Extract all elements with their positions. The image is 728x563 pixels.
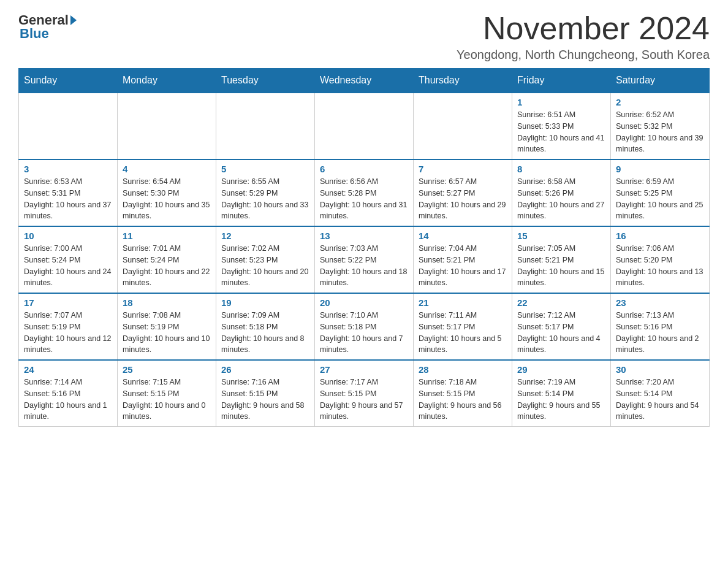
day-number: 27 [320, 364, 408, 375]
day-number: 24 [24, 364, 112, 375]
calendar-cell: 26Sunrise: 7:16 AMSunset: 5:15 PMDayligh… [216, 360, 315, 427]
day-info: Sunrise: 7:14 AMSunset: 5:16 PMDaylight:… [24, 377, 112, 423]
day-of-week-header: Sunday [19, 69, 118, 93]
day-info: Sunrise: 7:06 AMSunset: 5:20 PMDaylight:… [616, 243, 704, 289]
day-info: Sunrise: 7:16 AMSunset: 5:15 PMDaylight:… [221, 377, 309, 423]
calendar-cell: 22Sunrise: 7:12 AMSunset: 5:17 PMDayligh… [512, 293, 611, 360]
day-info: Sunrise: 7:18 AMSunset: 5:15 PMDaylight:… [419, 377, 507, 423]
day-info: Sunrise: 7:07 AMSunset: 5:19 PMDaylight:… [24, 310, 112, 356]
day-number: 10 [24, 231, 112, 241]
calendar-cell: 2Sunrise: 6:52 AMSunset: 5:32 PMDaylight… [611, 93, 710, 159]
calendar-cell: 30Sunrise: 7:20 AMSunset: 5:14 PMDayligh… [611, 360, 710, 427]
calendar-cell: 11Sunrise: 7:01 AMSunset: 5:24 PMDayligh… [118, 226, 216, 293]
day-of-week-header: Saturday [611, 69, 710, 93]
week-row: 17Sunrise: 7:07 AMSunset: 5:19 PMDayligh… [19, 293, 710, 360]
week-row: 10Sunrise: 7:00 AMSunset: 5:24 PMDayligh… [19, 226, 710, 293]
day-number: 1 [517, 97, 605, 107]
week-row: 3Sunrise: 6:53 AMSunset: 5:31 PMDaylight… [19, 159, 710, 226]
day-info: Sunrise: 6:54 AMSunset: 5:30 PMDaylight:… [123, 176, 211, 222]
day-number: 22 [517, 297, 605, 308]
logo-arrow-icon [70, 15, 77, 25]
day-number: 25 [123, 364, 211, 375]
calendar-cell: 5Sunrise: 6:55 AMSunset: 5:29 PMDaylight… [216, 159, 315, 226]
day-number: 3 [24, 164, 112, 174]
day-number: 6 [320, 164, 408, 174]
calendar-cell: 7Sunrise: 6:57 AMSunset: 5:27 PMDaylight… [414, 159, 512, 226]
day-number: 13 [320, 231, 408, 241]
day-info: Sunrise: 6:55 AMSunset: 5:29 PMDaylight:… [221, 176, 309, 222]
calendar-cell: 23Sunrise: 7:13 AMSunset: 5:16 PMDayligh… [611, 293, 710, 360]
month-title: November 2024 [457, 12, 710, 44]
day-info: Sunrise: 6:57 AMSunset: 5:27 PMDaylight:… [419, 176, 507, 222]
day-number: 29 [517, 364, 605, 375]
calendar-cell: 14Sunrise: 7:04 AMSunset: 5:21 PMDayligh… [414, 226, 512, 293]
day-number: 19 [221, 297, 309, 308]
day-info: Sunrise: 7:11 AMSunset: 5:17 PMDaylight:… [419, 310, 507, 356]
day-of-week-header: Tuesday [216, 69, 315, 93]
day-info: Sunrise: 6:56 AMSunset: 5:28 PMDaylight:… [320, 176, 408, 222]
day-number: 16 [616, 231, 704, 241]
day-info: Sunrise: 7:20 AMSunset: 5:14 PMDaylight:… [616, 377, 704, 423]
day-number: 20 [320, 297, 408, 308]
day-info: Sunrise: 6:58 AMSunset: 5:26 PMDaylight:… [517, 176, 605, 222]
day-info: Sunrise: 7:08 AMSunset: 5:19 PMDaylight:… [123, 310, 211, 356]
calendar-cell: 10Sunrise: 7:00 AMSunset: 5:24 PMDayligh… [19, 226, 118, 293]
day-number: 11 [123, 231, 211, 241]
calendar-cell [19, 93, 118, 159]
day-of-week-header: Thursday [414, 69, 512, 93]
calendar-cell: 20Sunrise: 7:10 AMSunset: 5:18 PMDayligh… [315, 293, 414, 360]
day-info: Sunrise: 7:10 AMSunset: 5:18 PMDaylight:… [320, 310, 408, 356]
day-number: 30 [616, 364, 704, 375]
day-number: 23 [616, 297, 704, 308]
calendar-cell: 17Sunrise: 7:07 AMSunset: 5:19 PMDayligh… [19, 293, 118, 360]
calendar-cell: 27Sunrise: 7:17 AMSunset: 5:15 PMDayligh… [315, 360, 414, 427]
day-info: Sunrise: 7:13 AMSunset: 5:16 PMDaylight:… [616, 310, 704, 356]
page-header: General Blue November 2024 Yeongdong, No… [18, 12, 710, 62]
calendar-cell: 24Sunrise: 7:14 AMSunset: 5:16 PMDayligh… [19, 360, 118, 427]
calendar-cell [216, 93, 315, 159]
logo: General Blue [18, 12, 78, 42]
calendar-cell: 21Sunrise: 7:11 AMSunset: 5:17 PMDayligh… [414, 293, 512, 360]
title-block: November 2024 Yeongdong, North Chungcheo… [457, 12, 710, 62]
calendar-cell: 18Sunrise: 7:08 AMSunset: 5:19 PMDayligh… [118, 293, 216, 360]
day-of-week-header: Wednesday [315, 69, 414, 93]
calendar-cell: 16Sunrise: 7:06 AMSunset: 5:20 PMDayligh… [611, 226, 710, 293]
calendar-cell [414, 93, 512, 159]
day-number: 2 [616, 97, 704, 107]
day-info: Sunrise: 6:53 AMSunset: 5:31 PMDaylight:… [24, 176, 112, 222]
day-info: Sunrise: 7:04 AMSunset: 5:21 PMDaylight:… [419, 243, 507, 289]
day-info: Sunrise: 7:09 AMSunset: 5:18 PMDaylight:… [221, 310, 309, 356]
calendar-cell [315, 93, 414, 159]
calendar-cell: 1Sunrise: 6:51 AMSunset: 5:33 PMDaylight… [512, 93, 611, 159]
calendar-table: SundayMondayTuesdayWednesdayThursdayFrid… [18, 68, 710, 427]
day-of-week-header: Friday [512, 69, 611, 93]
calendar-cell: 12Sunrise: 7:02 AMSunset: 5:23 PMDayligh… [216, 226, 315, 293]
day-number: 7 [419, 164, 507, 174]
calendar-cell: 3Sunrise: 6:53 AMSunset: 5:31 PMDaylight… [19, 159, 118, 226]
day-info: Sunrise: 7:05 AMSunset: 5:21 PMDaylight:… [517, 243, 605, 289]
day-info: Sunrise: 7:01 AMSunset: 5:24 PMDaylight:… [123, 243, 211, 289]
calendar-cell: 6Sunrise: 6:56 AMSunset: 5:28 PMDaylight… [315, 159, 414, 226]
day-number: 26 [221, 364, 309, 375]
day-info: Sunrise: 7:15 AMSunset: 5:15 PMDaylight:… [123, 377, 211, 423]
calendar-cell: 19Sunrise: 7:09 AMSunset: 5:18 PMDayligh… [216, 293, 315, 360]
calendar-cell: 15Sunrise: 7:05 AMSunset: 5:21 PMDayligh… [512, 226, 611, 293]
calendar-cell: 4Sunrise: 6:54 AMSunset: 5:30 PMDaylight… [118, 159, 216, 226]
day-number: 8 [517, 164, 605, 174]
day-info: Sunrise: 7:03 AMSunset: 5:22 PMDaylight:… [320, 243, 408, 289]
day-of-week-header: Monday [118, 69, 216, 93]
day-info: Sunrise: 6:59 AMSunset: 5:25 PMDaylight:… [616, 176, 704, 222]
day-number: 14 [419, 231, 507, 241]
day-info: Sunrise: 7:12 AMSunset: 5:17 PMDaylight:… [517, 310, 605, 356]
day-info: Sunrise: 7:02 AMSunset: 5:23 PMDaylight:… [221, 243, 309, 289]
day-info: Sunrise: 7:00 AMSunset: 5:24 PMDaylight:… [24, 243, 112, 289]
day-info: Sunrise: 6:51 AMSunset: 5:33 PMDaylight:… [517, 109, 605, 155]
calendar-cell [118, 93, 216, 159]
week-row: 24Sunrise: 7:14 AMSunset: 5:16 PMDayligh… [19, 360, 710, 427]
day-number: 15 [517, 231, 605, 241]
day-number: 5 [221, 164, 309, 174]
day-number: 28 [419, 364, 507, 375]
calendar-cell: 9Sunrise: 6:59 AMSunset: 5:25 PMDaylight… [611, 159, 710, 226]
day-number: 12 [221, 231, 309, 241]
day-number: 18 [123, 297, 211, 308]
